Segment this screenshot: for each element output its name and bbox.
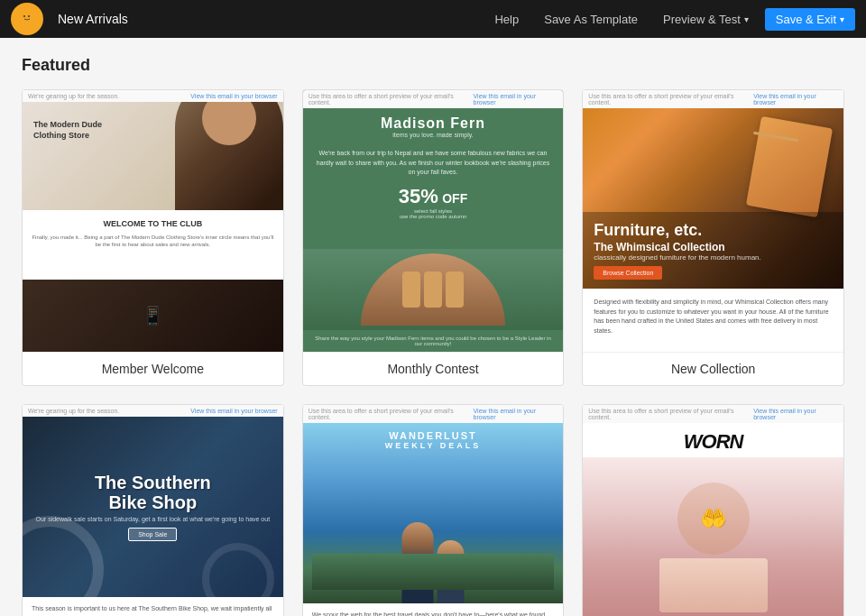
browse-collection-button[interactable]: Browse Collection [594, 266, 662, 280]
mailchimp-logo [11, 3, 43, 35]
main-content: Featured We're gearing up for the season… [0, 38, 866, 616]
hero-person-image [175, 102, 283, 210]
app-title: New Arrivals [58, 12, 485, 26]
preview-top-bar: We're gearing up for the season. View th… [23, 90, 283, 102]
bike-hero-text: The SouthernBike Shop Our sidewalk sale … [27, 464, 280, 550]
worn-hands-visual: 🤲 [659, 483, 768, 612]
furniture-overlay: Furniture, etc. The Whimsical Collection… [583, 212, 843, 289]
monthly-hands-image [303, 249, 564, 330]
wanderlust-hero: WANDERLUST WEEKLY DEALS [303, 423, 564, 603]
template-preview-worn: Use this area to offer a short preview o… [583, 405, 843, 616]
wanderlust-top-bar: Use this area to offer a short preview o… [303, 405, 564, 423]
bike-body: This season is important to us here at T… [23, 597, 283, 616]
template-preview-monthly-contest: Use this area to offer a short preview o… [303, 90, 564, 352]
app-header: New Arrivals Help Save As Template Previ… [0, 0, 866, 38]
phone-icon: 📱 [142, 305, 164, 326]
svg-point-3 [28, 15, 30, 17]
monthly-header: Madison Fern items you love. made simply… [303, 108, 564, 143]
member-body: WELCOME TO THE CLUB Finally, you made it… [23, 210, 283, 280]
template-preview-wanderlust: Use this area to offer a short preview o… [303, 405, 564, 616]
template-card-bike-shop[interactable]: We're gearing up for the season. View th… [22, 404, 284, 616]
monthly-discount: 35% OFF select fall styles use the promo… [314, 185, 553, 219]
svg-point-0 [22, 12, 32, 23]
template-preview-bike-shop: We're gearing up for the season. View th… [23, 405, 283, 616]
template-card-monthly-contest[interactable]: Use this area to offer a short preview o… [302, 89, 565, 386]
template-card-member-welcome[interactable]: We're gearing up for the season. View th… [22, 89, 284, 386]
preview-test-button[interactable]: Preview & Test ▾ [654, 9, 758, 30]
new-collection-body: Designed with flexibility and simplicity… [583, 289, 843, 352]
furniture-hero: Furniture, etc. The Whimsical Collection… [583, 108, 843, 289]
template-card-worn[interactable]: Use this area to offer a short preview o… [582, 404, 844, 616]
header-actions: Help Save As Template Preview & Test ▾ S… [485, 8, 855, 31]
monthly-top-bar: Use this area to offer a short preview o… [303, 90, 564, 108]
member-photo-strip: 📱 [23, 280, 283, 352]
member-brand-text: The Modern DudeClothing Store [33, 120, 102, 141]
save-as-template-button[interactable]: Save As Template [535, 9, 647, 30]
template-preview-new-collection: Use this area to offer a short preview o… [583, 90, 843, 352]
template-label-new-collection: New Collection [583, 352, 843, 385]
template-card-new-collection[interactable]: Use this area to offer a short preview o… [582, 89, 844, 386]
bike-hero: The SouthernBike Shop Our sidewalk sale … [23, 417, 283, 597]
help-button[interactable]: Help [485, 9, 528, 30]
wanderlust-header-text: WANDERLUST WEEKLY DEALS [303, 430, 564, 450]
chevron-down-icon: ▾ [840, 14, 844, 24]
new-collection-top-bar: Use this area to offer a short preview o… [583, 90, 843, 108]
template-preview-member-welcome: We're gearing up for the season. View th… [23, 90, 283, 352]
shop-sale-button[interactable]: Shop Sale [128, 528, 177, 541]
worn-hero: 🤲 [583, 457, 843, 616]
template-grid: We're gearing up for the season. View th… [22, 89, 844, 616]
section-title: Featured [22, 56, 844, 75]
member-hero: The Modern DudeClothing Store [23, 102, 283, 210]
template-label-member-welcome: Member Welcome [23, 352, 283, 385]
svg-point-1 [31, 16, 34, 22]
save-exit-button[interactable]: Save & Exit ▾ [765, 8, 855, 31]
monthly-body: We're back from our trip to Nepal and we… [303, 143, 564, 249]
bike-top-bar: We're gearing up for the season. View th… [23, 405, 283, 417]
bike-wheel-small [202, 543, 274, 597]
template-label-monthly-contest: Monthly Contest [303, 352, 564, 385]
template-card-wanderlust[interactable]: Use this area to offer a short preview o… [302, 404, 565, 616]
worn-top-bar: Use this area to offer a short preview o… [583, 405, 843, 423]
worn-logo-section: WORN [583, 423, 843, 457]
chevron-down-icon: ▾ [744, 14, 749, 24]
svg-point-2 [23, 15, 25, 17]
wanderlust-body: We scour the web for the best travel dea… [303, 603, 564, 616]
